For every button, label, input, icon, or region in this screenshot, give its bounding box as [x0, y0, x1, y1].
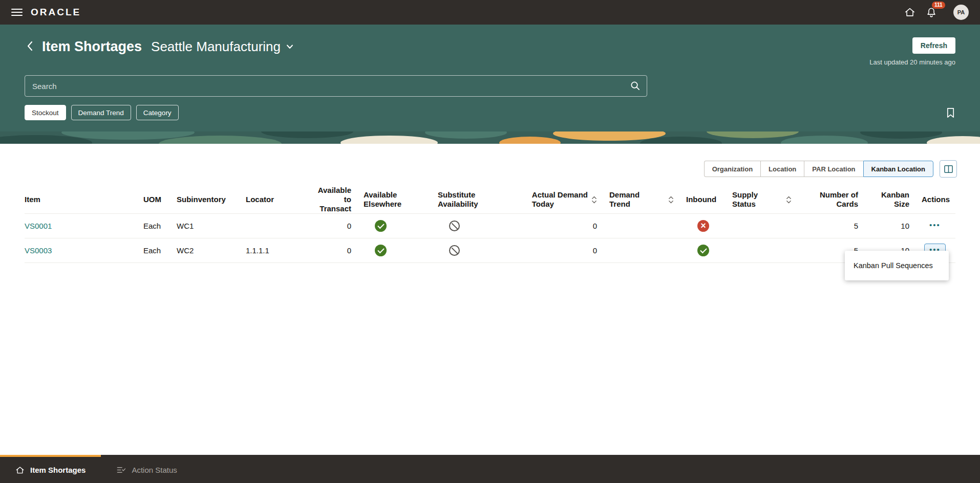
cell-supply-status: [727, 238, 799, 263]
search-bar: [25, 75, 647, 97]
home-icon: [15, 466, 25, 475]
cell-available-to-transact: 0: [307, 214, 358, 238]
back-button[interactable]: [26, 39, 35, 53]
page-title: Item Shortages: [42, 37, 142, 56]
cell-actual-demand-today: 0: [512, 214, 604, 238]
cell-locator: 1.1.1.1: [241, 238, 307, 263]
menu-item-kanban-pull-sequences[interactable]: Kanban Pull Sequences: [845, 251, 949, 280]
main-content: Organization Location PAR Location Kanba…: [0, 160, 980, 481]
cell-item: VS0003: [25, 238, 138, 263]
item-link[interactable]: VS0003: [25, 246, 52, 255]
notifications-bell[interactable]: 111: [925, 6, 938, 19]
tab-item-shortages[interactable]: Item Shortages: [0, 455, 101, 483]
toggle-location[interactable]: Location: [760, 161, 804, 177]
cell-available-elsewhere: [358, 214, 433, 238]
cell-uom: Each: [138, 238, 172, 263]
actions-menu: Kanban Pull Sequences: [845, 251, 949, 280]
item-link[interactable]: VS0001: [25, 222, 52, 230]
status-success-icon: [375, 220, 387, 232]
sort-icon[interactable]: [786, 196, 792, 204]
global-topbar: ORACLE 111 PA: [0, 0, 980, 25]
status-success-icon: [697, 245, 709, 256]
status-success-icon: [375, 245, 387, 256]
cell-uom: Each: [138, 214, 172, 238]
col-header-substitute-availability: Substitute Availability: [433, 186, 512, 214]
bookmark-icon[interactable]: [946, 107, 955, 118]
cell-available-elsewhere: [358, 238, 433, 263]
notification-count-badge: 111: [932, 2, 945, 9]
cell-actual-demand-today: 0: [512, 238, 604, 263]
col-header-item: Item: [25, 186, 138, 214]
home-icon[interactable]: [903, 6, 917, 19]
search-icon[interactable]: [630, 80, 641, 93]
cell-subinventory: WC2: [172, 238, 241, 263]
manage-columns-button[interactable]: [940, 160, 957, 178]
toggle-organization[interactable]: Organization: [704, 161, 760, 177]
bottom-tab-bar: Item Shortages Action Status: [0, 455, 980, 483]
cell-subinventory: WC1: [172, 214, 241, 238]
task-list-icon: [116, 465, 126, 475]
toggle-kanban-location[interactable]: Kanban Location: [863, 161, 933, 177]
table-header-row: Item UOM Subinventory Locator Available …: [25, 186, 955, 214]
last-updated-text: Last updated 20 minutes ago: [869, 58, 955, 66]
page-header: Item Shortages Seattle Manufacturing Ref…: [0, 25, 980, 131]
filter-chip-stockout[interactable]: Stockout: [25, 105, 66, 120]
status-blocked-icon: [449, 221, 460, 231]
col-header-available-elsewhere: Available Elsewhere: [358, 186, 433, 214]
cell-substitute-availability: [433, 214, 512, 238]
decorative-pattern-band: [0, 131, 980, 144]
cell-kanban-size: 10: [865, 214, 917, 238]
columns-icon: [944, 164, 953, 174]
view-toggle-row: Organization Location PAR Location Kanba…: [25, 160, 957, 178]
cell-number-of-cards: 5: [799, 214, 865, 238]
user-avatar[interactable]: PA: [953, 5, 969, 20]
col-header-available-to-transact: Available to Transact: [307, 186, 358, 214]
cell-demand-trend: [604, 238, 681, 263]
col-header-number-of-cards: Number of Cards: [799, 186, 865, 214]
search-input[interactable]: [25, 75, 647, 97]
cell-inbound: [681, 238, 727, 263]
toggle-par-location[interactable]: PAR Location: [804, 161, 863, 177]
cell-locator: [241, 214, 307, 238]
sort-icon[interactable]: [591, 196, 597, 204]
col-header-supply-status[interactable]: Supply Status: [727, 186, 799, 214]
row-actions-button[interactable]: [924, 219, 946, 233]
cell-substitute-availability: [433, 238, 512, 263]
header-right-stack: Refresh Last updated 20 minutes ago: [869, 37, 955, 66]
cell-supply-status: [727, 214, 799, 238]
table-row: VS0003 Each WC2 1.1.1.1 0 0 5 10: [25, 238, 955, 263]
refresh-button[interactable]: Refresh: [912, 37, 955, 54]
col-header-inbound: Inbound: [681, 186, 727, 214]
col-header-actions: Actions: [917, 186, 955, 214]
ellipsis-icon: [929, 221, 941, 229]
filter-chip-category[interactable]: Category: [136, 105, 179, 120]
oracle-logo: ORACLE: [31, 7, 81, 18]
tab-label: Action Status: [132, 466, 177, 474]
filter-chips-row: Stockout Demand Trend Category: [25, 105, 955, 131]
col-header-actual-demand-today[interactable]: Actual Demand Today: [512, 186, 604, 214]
status-error-icon: [697, 220, 709, 232]
chevron-down-icon: [286, 42, 294, 51]
tab-label: Item Shortages: [30, 466, 86, 474]
col-header-subinventory: Subinventory: [172, 186, 241, 214]
location-view-toggle-group: Organization Location PAR Location Kanba…: [704, 161, 933, 177]
tab-action-status[interactable]: Action Status: [101, 455, 192, 483]
status-blocked-icon: [449, 245, 460, 256]
hamburger-menu-icon[interactable]: [11, 7, 23, 18]
col-header-uom: UOM: [138, 186, 172, 214]
header-title-row: Item Shortages Seattle Manufacturing Ref…: [25, 25, 955, 66]
cell-demand-trend: [604, 214, 681, 238]
col-header-demand-trend[interactable]: Demand Trend: [604, 186, 681, 214]
col-header-locator: Locator: [241, 186, 307, 214]
filter-chip-demand-trend[interactable]: Demand Trend: [71, 105, 131, 120]
item-shortages-table: Item UOM Subinventory Locator Available …: [25, 186, 955, 263]
col-header-kanban-size: Kanban Size: [865, 186, 917, 214]
organization-selector-label: Seattle Manufacturing: [151, 37, 281, 56]
cell-actions: [917, 214, 955, 238]
organization-selector[interactable]: Seattle Manufacturing: [151, 37, 294, 56]
sort-icon[interactable]: [668, 196, 674, 204]
cell-item: VS0001: [25, 214, 138, 238]
cell-available-to-transact: 0: [307, 238, 358, 263]
table-row: VS0001 Each WC1 0 0 5 10: [25, 214, 955, 238]
cell-inbound: [681, 214, 727, 238]
